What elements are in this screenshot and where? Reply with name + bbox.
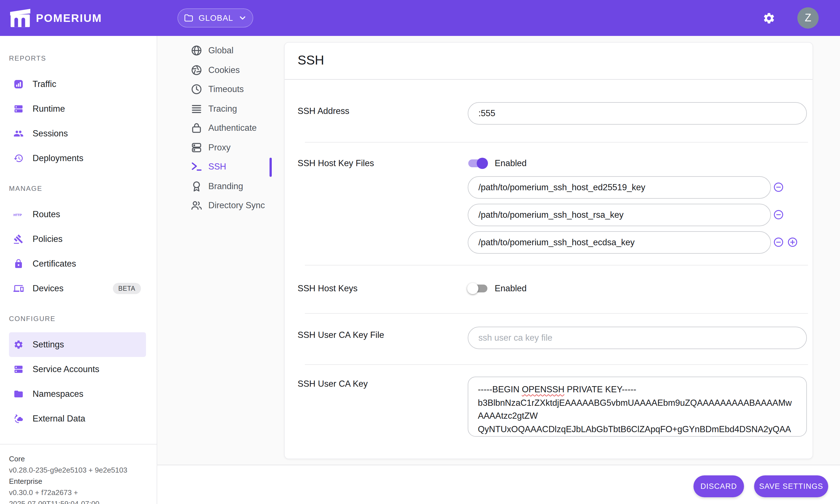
http-icon: HTTP [14,209,23,219]
sidebar-item-policies[interactable]: Policies [9,227,146,251]
settings-subnav: Global Cookies Timeouts Tracing Authenti… [157,36,284,465]
cloud-sync-icon [14,414,23,424]
remove-host-key-file-1-button[interactable] [773,182,784,193]
ca-key-line-3: AAAAtzc2gtZW [478,409,797,422]
main-sidebar: REPORTS Traffic Runtime Sessions [0,36,157,504]
gear-icon [763,12,775,24]
add-host-key-file-button[interactable] [787,237,798,248]
sidebar-item-label: Certificates [33,259,76,269]
sidebar-item-routes[interactable]: HTTP Routes [9,202,146,227]
server-icon [14,364,23,374]
gear-icon [14,340,23,350]
minus-circle-icon [773,237,784,248]
terminal-icon [190,161,203,173]
tab-timeouts[interactable]: Timeouts [157,82,284,97]
topbar-settings-button[interactable] [763,11,776,25]
save-settings-button[interactable]: SAVE SETTINGS [754,475,828,497]
ca-key-line-2: b3BlbnNzaC1rZXktdjEAAAAABG5vbmUAAAAEbm9u… [478,396,797,409]
sidebar-item-service-accounts[interactable]: Service Accounts [9,357,146,382]
folder-icon [183,13,193,23]
chevron-down-icon [238,14,247,22]
ssh-user-ca-key-textarea[interactable]: -----BEGIN OPENSSH PRIVATE KEY----- b3Bl… [468,377,807,437]
ssh-user-ca-key-file-input[interactable] [468,327,807,349]
row-divider [305,142,808,143]
sidebar-item-label: Namespaces [33,389,83,399]
ca-key-line-1: -----BEGIN OPENSSH PRIVATE KEY----- [478,383,797,396]
tab-directory-sync[interactable]: Directory Sync [157,198,284,214]
brand-name: POMERIUM [36,12,102,24]
ssh-host-key-files-toggle-label: Enabled [495,158,527,169]
ssh-host-keys-toggle-label: Enabled [495,283,527,294]
section-heading-configure: CONFIGURE [0,313,157,324]
sidebar-item-label: Traffic [33,79,56,89]
sidebar-item-devices[interactable]: Devices BETA [9,276,146,301]
namespace-label: GLOBAL [198,14,233,22]
devices-icon [14,284,23,293]
ca-key-line-4: QyNTUxOQAAACDlzqEJbLAbGbTbtB6ClZApqFO+gG… [478,422,797,435]
sidebar-item-label: Devices [33,284,64,293]
list-lines-icon [190,103,203,115]
ssh-address-input[interactable] [468,102,807,125]
discard-button[interactable]: DISCARD [694,475,744,497]
plus-circle-icon [787,237,798,248]
section-heading-reports: REPORTS [0,53,157,64]
remove-host-key-file-2-button[interactable] [773,209,784,220]
gavel-icon [14,234,23,244]
header-divider [285,79,812,80]
row-divider [305,265,808,266]
sidebar-item-traffic[interactable]: Traffic [9,72,146,96]
avatar-initial: Z [805,12,811,24]
misspelled-word: OPENSSH [522,384,565,394]
server-icon [14,104,23,114]
sidebar-item-settings[interactable]: Settings [9,332,146,357]
section-heading-manage: MANAGE [0,183,157,194]
bar-chart-icon [14,79,23,89]
user-avatar[interactable]: Z [797,7,819,29]
sidebar-item-label: Routes [33,209,60,219]
sidebar-item-certificates[interactable]: Certificates [9,251,146,276]
tab-global[interactable]: Global [157,43,284,58]
ssh-host-keys-label: SSH Host Keys [298,283,358,294]
tab-proxy[interactable]: Proxy [157,140,284,156]
ssh-host-key-files-label: SSH Host Key Files [298,158,374,169]
sidebar-item-sessions[interactable]: Sessions [9,121,146,146]
core-version: v0.28.0-235-g9e2e5103 + 9e2e5103 [9,465,148,476]
host-key-file-input-3[interactable] [468,231,771,254]
sidebar-item-external-data[interactable]: External Data [9,406,146,431]
lock-icon [14,259,23,269]
sidebar-item-label: Policies [33,234,62,244]
sidebar-item-label: Settings [33,340,64,350]
version-info: Core v0.28.0-235-g9e2e5103 + 9e2e5103 En… [0,445,157,504]
history-clock-icon [14,153,23,163]
sidebar-item-namespaces[interactable]: Namespaces [9,382,146,406]
enterprise-version: v0.30.0 + f72a2673 + [9,487,148,498]
sidebar-item-deployments[interactable]: Deployments [9,146,146,170]
row-divider [305,313,808,314]
tab-branding[interactable]: Branding [157,179,284,194]
tab-ssh[interactable]: SSH [157,159,284,175]
enterprise-build-date: 2025-07-09T11:59:04-07:00 [9,498,148,504]
tab-tracing[interactable]: Tracing [157,101,284,116]
ssh-host-key-files-toggle[interactable] [468,159,487,167]
globe-icon [190,44,203,57]
server-outline-icon [190,141,203,154]
people-icon [14,128,23,139]
sidebar-item-label: Service Accounts [33,364,100,374]
host-key-file-input-1[interactable] [468,176,771,199]
host-key-file-input-2[interactable] [468,204,771,226]
beta-badge: BETA [112,283,141,294]
action-bar: DISCARD SAVE SETTINGS [157,465,840,504]
remove-host-key-file-3-button[interactable] [773,237,784,248]
tab-cookies[interactable]: Cookies [157,62,284,78]
namespace-selector[interactable]: GLOBAL [177,8,253,28]
award-ribbon-icon [190,180,203,193]
clock-icon [190,83,203,95]
sidebar-item-runtime[interactable]: Runtime [9,96,146,121]
ssh-settings-card: SSH SSH Address SSH Host Key Files Enabl… [284,42,813,459]
enterprise-label: Enterprise [9,476,148,487]
pomerium-aqueduct-icon [9,8,32,28]
tab-authenticate[interactable]: Authenticate [157,120,284,136]
ssh-host-keys-toggle[interactable] [468,285,487,292]
ssh-user-ca-key-label: SSH User CA Key [298,378,368,390]
sidebar-item-label: External Data [33,414,85,424]
